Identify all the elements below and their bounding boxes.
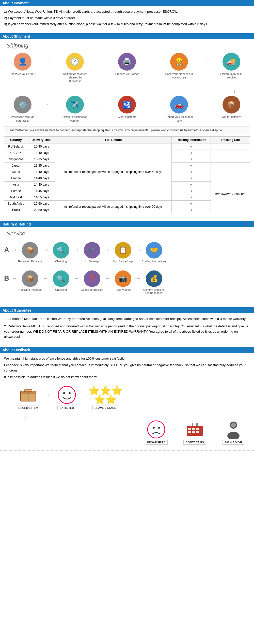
cell-country: France (4, 175, 28, 181)
table-header-tracking-site: Tracking Site (211, 136, 250, 143)
cell-tracking: √ (172, 194, 211, 200)
payment-body: 1) We accept Alipay, West Union, TT. All… (0, 6, 254, 31)
sort-facility-icon: ⚙️ (14, 96, 31, 114)
cell-country: Asia (4, 181, 28, 188)
cell-tracking: √ (172, 143, 211, 150)
feedback-item-contact: CONTACT US (178, 419, 211, 445)
feedback-body: We maintain high standards of excellence… (0, 353, 254, 450)
cell-delivery: 20-60 days (28, 200, 55, 207)
service-label-b1: Checking (55, 288, 67, 291)
svg-point-19 (148, 421, 165, 438)
service-item-a4: 🤝 Confirm the delivery (141, 242, 167, 263)
cell-country: South Africa (4, 200, 28, 207)
arrow-a0: → (12, 247, 17, 253)
arrow-r2: ← (150, 101, 156, 108)
service-title: Service (4, 230, 250, 237)
cell-country: Korea (4, 169, 28, 175)
service-item-b1: 🔍 Checking (48, 270, 74, 291)
arrow-4: → (202, 58, 208, 65)
receive-item-label: RECEIVE ITEM (16, 406, 40, 410)
flow-label-r1: Depart your local post offic (165, 115, 193, 122)
svg-rect-3 (24, 390, 32, 392)
svg-rect-16 (196, 431, 199, 433)
cell-tracking: √ (172, 162, 211, 169)
flow-item-r1: 🚗 Depart your local post offic (165, 96, 193, 122)
arrow-2: → (98, 58, 104, 65)
service-label-b2: Goods in question (81, 288, 103, 291)
pickup-icon: 🚚 (223, 53, 240, 71)
svg-point-5 (63, 392, 65, 394)
flow-item-1: 🕐 Waiting for payment released by Aliexp… (61, 53, 89, 83)
contact-icon (183, 419, 206, 440)
cell-delivery: 15-35 days (28, 156, 55, 162)
receive-item-icon (17, 385, 40, 405)
service-item-a3: 📋 Sign for package (110, 242, 136, 263)
payment-line-2: 2) Payment must be made within 3 days of… (4, 15, 250, 21)
shipment-header: About Shipment (0, 33, 254, 39)
svg-point-21 (158, 427, 160, 429)
receiving-package-b-icon: 📦 (22, 270, 38, 287)
feedback-row2: 100% SOLVE ← CO (12, 419, 250, 445)
flow-item-4: 🚚 Picked up by mail service (217, 53, 245, 79)
svg-rect-14 (188, 431, 191, 433)
arrow-r3: ← (98, 101, 104, 108)
shipping-row1: 👤 Receive your order → 🕐 Waiting for pay… (4, 53, 250, 83)
svg-rect-17 (192, 423, 193, 426)
pack-order-icon: 👷 (170, 53, 188, 71)
depart-local-icon: 🚗 (170, 96, 188, 114)
table-header-tracking-info: Tracking Information (172, 136, 211, 143)
arrow-a2: → (74, 247, 79, 253)
svg-rect-13 (196, 428, 199, 430)
flow-label-1: Waiting for payment released by Aliexpre… (61, 72, 89, 83)
cell-delivery: 14-40 days (28, 181, 55, 188)
cell-site-empty (211, 150, 250, 156)
sign-package-icon: 📋 (115, 242, 131, 259)
confirm-problem-icon: 💰 (146, 270, 162, 287)
service-label-b4: Confirm problem, refund money (141, 288, 167, 294)
arrow-b4: → (136, 275, 141, 282)
feedback-arrow-r3: ← (211, 426, 217, 433)
arrow-3: → (150, 58, 156, 65)
flow-label-0: Receive your order (11, 72, 35, 76)
cell-delivery: 14-45 days (28, 188, 55, 194)
feedback-item-receive: RECEIVE ITEM (12, 385, 45, 410)
feedback-line-3: It is impossible to address issues if we… (4, 375, 250, 380)
service-letter-a: A (4, 246, 9, 254)
flow-item-2: 🖨️ Prepare your order (113, 53, 141, 76)
arrow-b1: → (43, 275, 48, 282)
cell-tracking: √ (172, 156, 211, 162)
satisfied-icon (55, 385, 78, 405)
guarantee-body: 1. 24 months Manufacturer`s limited Warr… (0, 313, 254, 345)
service-label-a3: Sign for package (113, 260, 134, 263)
feedback-arrow-r2: ← (173, 426, 178, 433)
cell-refund: full refund or resend parcel will be arr… (55, 200, 171, 213)
checking-icon-b: 🔍 (53, 270, 69, 287)
service-label-b3: Take Videos (115, 288, 131, 291)
refund-body: Service A → 📦 Receiving Package → 🔍 Chec… (0, 227, 254, 305)
prepare-order-icon: 🖨️ (118, 53, 136, 71)
arrow-r4: ← (46, 101, 52, 108)
goods-question-icon: ❓ (84, 270, 100, 287)
service-item-a2: ✔️ No Damage (79, 242, 105, 263)
cell-tracking: √ (172, 169, 211, 175)
cell-tracking: √ (172, 200, 211, 207)
guarantee-section: About Guarantee 1. 24 months Manufacture… (0, 307, 254, 345)
cell-delivery: 15-40 days (28, 143, 55, 150)
feedback-line-2: Feedback is very important We request th… (4, 363, 250, 373)
feedback-section: About Feedback We maintain high standard… (0, 347, 254, 450)
feedback-item-solve: 100% SOLVE (217, 419, 250, 445)
solve-icon (222, 419, 245, 440)
feedback-row1: RECEIVE ITEM → SATISFIED → ⭐⭐⭐ (12, 385, 250, 410)
cell-country: Japan (4, 162, 28, 169)
flown-icon: ✈️ (66, 96, 84, 114)
arrow-b3: → (105, 275, 110, 282)
svg-rect-12 (192, 428, 195, 430)
cell-delivery: 12-35 days (28, 162, 55, 169)
svg-point-9 (231, 423, 236, 428)
arrow-b0: → (12, 275, 17, 282)
feedback-header: About Feedback (0, 347, 254, 353)
service-label-b0: Receving Package (18, 288, 42, 291)
shipment-body: Shipping 👤 Receive your order → 🕐 Waitin… (0, 39, 254, 219)
table-header-delivery: Delivery Time (28, 136, 55, 143)
shipping-note: Dear Customer, We always be here to conc… (4, 126, 250, 134)
